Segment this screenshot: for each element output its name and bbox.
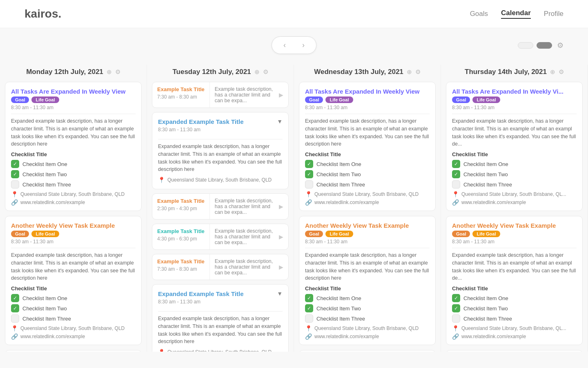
checklist-item[interactable]: Checklist Item Three	[11, 314, 136, 323]
add-task-icon[interactable]: ⊕	[550, 68, 555, 76]
checklist-item-label: Checklist Item One	[316, 161, 361, 167]
checked-icon: ✓	[452, 170, 460, 178]
add-task-icon[interactable]: ⊕	[407, 68, 412, 76]
checklist-item-label: Checklist Item Two	[463, 305, 508, 312]
checklist-item[interactable]: ✓Checklist Item Two	[452, 304, 577, 312]
compact-task[interactable]: Example Task Title7:30 am - 8:30 amExamp…	[152, 254, 289, 280]
checklist-item-label: Checklist Item Three	[316, 182, 365, 188]
location-text: Queensland State Library, South Brisbane…	[20, 191, 125, 197]
checklist-item[interactable]: ✓Checklist Item One	[11, 160, 136, 168]
nav-profile[interactable]: Profile	[544, 10, 564, 18]
settings-icon[interactable]: ⚙	[557, 41, 564, 50]
location-row: 📍Queensland State Library, South Brisban…	[452, 191, 577, 197]
tag: Life Goal	[472, 96, 500, 103]
checklist-item[interactable]: ✓Checklist Item One	[452, 294, 577, 302]
location-text: Queensland State Library, South Brisbane…	[314, 325, 419, 331]
location-row: 📍Queensland State Library, South Brisban…	[305, 325, 430, 332]
checklist-item[interactable]: Checklist Item Three	[11, 180, 136, 188]
task-description: Expanded example task description, has a…	[452, 251, 577, 282]
location-icon: 📍	[11, 191, 18, 197]
checklist-item[interactable]: ✓Checklist Item Two	[452, 170, 577, 178]
location-row: 📍Queensland State Library, South Brisban…	[158, 349, 283, 352]
partial-task-card: Another Weekly View Task ExampleGoalLife…	[5, 350, 142, 352]
checklist-item[interactable]: ✓Checklist Item Two	[305, 304, 430, 312]
link-row[interactable]: 🔗www.relatedlink.com/example	[452, 333, 577, 340]
checklist-item[interactable]: ✓Checklist Item One	[11, 294, 136, 302]
task-card: Another Weekly View Task ExampleGoalLife…	[5, 216, 142, 345]
task-title[interactable]: All Tasks Are Expanded In Weekly Vi...	[452, 88, 577, 95]
nav-calendar[interactable]: Calendar	[501, 9, 531, 19]
expanded-inner-task: Expanded Example Task Title8:30 am - 11:…	[152, 112, 289, 189]
checklist-item-label: Checklist Item Three	[463, 316, 512, 322]
task-title[interactable]: All Tasks Are Expanded In Weekly View	[11, 88, 136, 95]
compact-task-right: Example task description, has a characte…	[210, 254, 288, 280]
nav-goals[interactable]: Goals	[470, 10, 488, 18]
column-settings-icon[interactable]: ⚙	[415, 68, 421, 76]
next-week-button[interactable]: ›	[301, 41, 306, 49]
task-title[interactable]: All Tasks Are Expanded In Weekly View	[305, 88, 430, 95]
location-icon: 📍	[158, 349, 165, 352]
weekly-view-button[interactable]	[537, 42, 552, 49]
time-range: 8:30 am - 11:30 am	[452, 239, 577, 245]
compact-task-right: Example task description, has a characte…	[210, 194, 288, 219]
task-title[interactable]: Another Weekly View Task Example	[305, 222, 430, 229]
task-title[interactable]: Another Weekly View Task Example	[11, 222, 136, 229]
task-description: Example task description, has a characte…	[215, 198, 279, 215]
column-settings-icon[interactable]: ⚙	[263, 68, 268, 76]
task-title[interactable]: Expanded Example Task Title	[158, 118, 244, 125]
checked-icon: ✓	[11, 160, 19, 168]
tag: Goal	[452, 96, 470, 103]
link-row[interactable]: 🔗www.relatedlink.com/example	[452, 199, 577, 206]
task-card: All Tasks Are Expanded In Weekly ViewGoa…	[299, 82, 436, 211]
checklist-item-label: Checklist Item Three	[22, 182, 71, 188]
compact-task[interactable]: Example Task Title4:30 pm - 6:30 pmExamp…	[152, 224, 289, 250]
location-text: Queensland State Library, South Brisbane…	[167, 349, 272, 352]
collapse-arrow-icon[interactable]: ▼	[277, 118, 283, 125]
link-row[interactable]: 🔗www.relatedlink.com/example	[11, 333, 136, 340]
checklist-item[interactable]: Checklist Item Three	[452, 314, 577, 323]
checklist-item[interactable]: Checklist Item Three	[305, 314, 430, 323]
compact-task-right: Example task description, has a characte…	[210, 82, 288, 108]
compact-task[interactable]: Example Task Title7:30 am - 8:30 amExamp…	[152, 82, 289, 108]
checklist-item[interactable]: ✓Checklist Item One	[305, 294, 430, 302]
checklist-item[interactable]: ✓Checklist Item Two	[305, 170, 430, 178]
checklist-item[interactable]: Checklist Item Three	[452, 180, 577, 188]
tag: Life Goal	[31, 96, 59, 103]
unchecked-icon	[305, 314, 313, 323]
column-settings-icon[interactable]: ⚙	[115, 68, 120, 76]
link-text: www.relatedlink.com/example	[20, 200, 85, 205]
checklist-item[interactable]: ✓Checklist Item Two	[11, 170, 136, 178]
column-2: Wednesday 13th July, 2021⊕⚙All Tasks Are…	[294, 65, 441, 352]
checklist-item[interactable]: Checklist Item Three	[305, 180, 430, 188]
expand-arrow-icon[interactable]: ▶	[279, 264, 283, 270]
task-description: Expanded example task description, has a…	[158, 315, 283, 346]
expand-arrow-icon[interactable]: ▶	[279, 92, 283, 98]
tag: Goal	[452, 231, 470, 237]
add-task-icon[interactable]: ⊕	[254, 68, 260, 76]
add-task-icon[interactable]: ⊕	[107, 68, 112, 76]
link-icon: 🔗	[11, 333, 18, 340]
column-header: Wednesday 13th July, 2021⊕⚙	[299, 65, 436, 82]
tag: Life Goal	[31, 231, 59, 237]
column-settings-icon[interactable]: ⚙	[559, 68, 564, 76]
checklist-item[interactable]: ✓Checklist Item One	[305, 160, 430, 168]
expand-arrow-icon[interactable]: ▶	[279, 233, 283, 240]
checklist-item[interactable]: ✓Checklist Item One	[452, 160, 577, 168]
task-card: All Tasks Are Expanded In Weekly ViewGoa…	[5, 82, 142, 211]
tag: Goal	[11, 231, 29, 237]
link-row[interactable]: 🔗www.relatedlink.com/example	[305, 333, 430, 340]
checklist-item[interactable]: ✓Checklist Item Two	[11, 304, 136, 312]
link-row[interactable]: 🔗www.relatedlink.com/example	[305, 199, 430, 206]
prev-week-button[interactable]: ‹	[282, 41, 287, 49]
compact-task[interactable]: Example Task Title2:30 pm - 4:30 pmExamp…	[152, 193, 289, 220]
task-title[interactable]: Expanded Example Task Title	[158, 290, 244, 297]
expand-arrow-icon[interactable]: ▶	[279, 203, 283, 210]
monthly-view-button[interactable]	[518, 42, 533, 49]
compact-task-left: Example Task Title7:30 am - 8:30 am	[152, 82, 210, 108]
collapse-arrow-icon[interactable]: ▼	[277, 290, 283, 297]
task-title[interactable]: Another Weekly View Task Example	[452, 222, 577, 229]
location-icon: 📍	[452, 325, 459, 332]
link-row[interactable]: 🔗www.relatedlink.com/example	[11, 199, 136, 206]
partial-task-card: Another Weekly View Task ExampleGoalLife…	[299, 350, 436, 352]
task-description: Expanded example task description, has a…	[158, 143, 283, 173]
